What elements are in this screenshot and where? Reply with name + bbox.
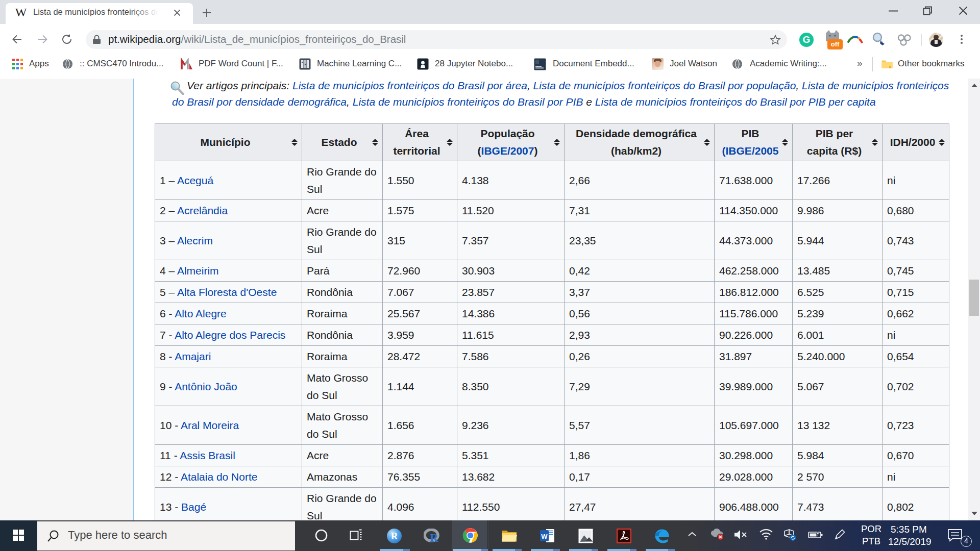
svg-text:R: R: [430, 532, 438, 544]
svg-text:W: W: [541, 533, 548, 540]
